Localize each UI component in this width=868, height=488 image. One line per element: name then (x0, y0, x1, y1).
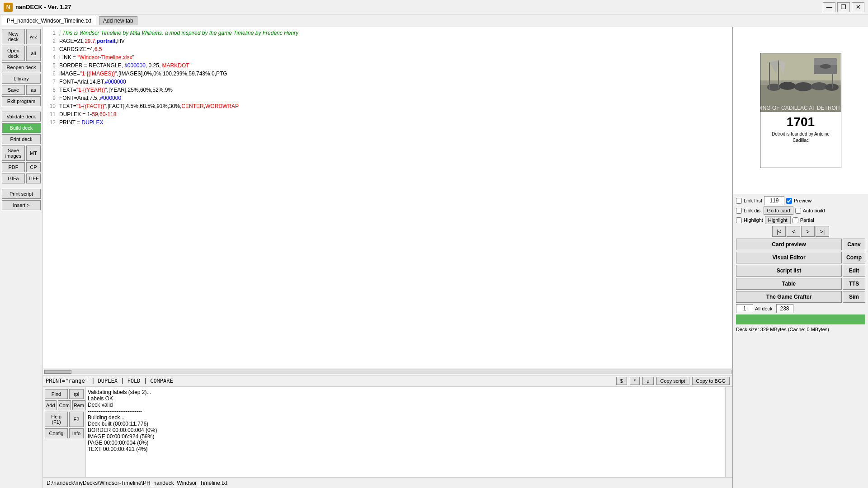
highlight-checkbox[interactable] (736, 217, 742, 223)
library-button[interactable]: Library (2, 74, 41, 84)
nav-prev-button[interactable]: < (787, 226, 800, 237)
go-to-card-button[interactable]: Go to card (764, 206, 793, 215)
copy-script-button[interactable]: Copy script (656, 377, 689, 385)
print-deck-button[interactable]: Print deck (2, 134, 41, 144)
star-button[interactable]: * (630, 377, 640, 385)
link-dis-label: Link dis. (744, 208, 762, 213)
link-first-checkbox[interactable] (736, 198, 742, 204)
wiz-button[interactable]: wiz (26, 29, 41, 44)
config-button[interactable]: Config (45, 428, 68, 438)
save-as-button[interactable]: as (26, 85, 41, 95)
tts-button[interactable]: TTS (843, 278, 865, 290)
add-button[interactable]: Add (45, 400, 57, 410)
save-images-button[interactable]: Save images (2, 145, 25, 161)
mt-button[interactable]: MT (26, 145, 41, 161)
auto-build-checkbox[interactable] (795, 208, 801, 214)
dollar-button[interactable]: $ (616, 377, 627, 385)
open-deck-button[interactable]: Open deck (2, 46, 25, 61)
copy-bgg-button[interactable]: Copy to BGG (692, 377, 730, 385)
card-description: Detroit is founded by Antoine Cadillac (760, 131, 841, 144)
table-button[interactable]: Table (736, 278, 842, 290)
sim-button[interactable]: Sim (843, 291, 865, 303)
progress-bar (736, 314, 865, 324)
log-left-buttons: Find rpl Add Com Rem Help (F1) F2 Config… (43, 387, 86, 477)
nav-next-button[interactable]: > (801, 226, 815, 237)
right-panel: THE LANDING OF CADILLAC AT DETROIT 1701-… (732, 27, 868, 488)
f2-button[interactable]: F2 (69, 412, 84, 427)
minimize-button[interactable]: — (823, 2, 835, 12)
game-crafter-button[interactable]: The Game Crafter (736, 291, 842, 303)
bottom-status-bar: D:\nandeck\myDecks\Windsor-Timeline\PH_n… (43, 477, 732, 488)
card-image: THE LANDING OF CADILLAC AT DETROIT 1701-… (760, 53, 841, 168)
preview-label: Preview (794, 198, 811, 203)
link-dis-checkbox[interactable] (736, 208, 742, 214)
log-scrollbar[interactable] (725, 387, 732, 477)
code-line-10: 10 TEXT="1-{(FACT)}",[FACT],4.5%,68.5%,9… (43, 102, 732, 110)
code-line-5: 5 BORDER = RECTANGLE, #000000, 0.25, MAR… (43, 61, 732, 70)
new-deck-button[interactable]: New deck (2, 29, 25, 44)
cp-button[interactable]: CP (26, 162, 41, 172)
file-path: D:\nandeck\myDecks\Windsor-Timeline\PH_n… (47, 480, 227, 486)
reopen-deck-button[interactable]: Reopen deck (2, 62, 41, 72)
log-line: Building deck... (88, 414, 723, 421)
tiff-button[interactable]: TIFF (26, 174, 41, 183)
titlebar-controls: — ❒ ✕ (823, 2, 864, 12)
print-script-button[interactable]: Print script (2, 189, 41, 199)
canv-button[interactable]: Canv (843, 239, 865, 250)
status-print-text: PRINT="range" | DUPLEX | FOLD | COMPARE (46, 378, 613, 384)
insert-button[interactable]: Insert > (2, 200, 41, 210)
visual-editor-button[interactable]: Visual Editor (736, 252, 842, 263)
find-button[interactable]: Find (45, 389, 68, 399)
build-deck-button[interactable]: Build deck (2, 123, 41, 133)
log-line: IMAGE 00:00:06:924 (59%) (88, 433, 723, 440)
highlight-label: Highlight (744, 217, 763, 223)
link-first-label: Link first (744, 198, 762, 203)
log-line: Deck built (00:00:11.776) (88, 421, 723, 427)
all-button[interactable]: all (26, 46, 41, 61)
info-button[interactable]: Info (69, 428, 84, 438)
help-button[interactable]: Help (F1) (45, 412, 68, 427)
left-sidebar: New deck wiz Open deck all Reopen deck L… (0, 27, 43, 488)
rpl-button[interactable]: rpl (69, 389, 84, 399)
titlebar-left: N nanDECK - Ver. 1.27 (4, 3, 71, 12)
exit-button[interactable]: Exit program (2, 96, 41, 106)
active-tab[interactable]: PH_nandeck_Windsor_Timeline.txt (2, 16, 96, 25)
editor-hscrollbar[interactable] (43, 368, 732, 375)
pdf-button[interactable]: PDF (2, 162, 25, 172)
code-line-11: 11 DUPLEX = 1-59,60-118 (43, 110, 732, 118)
log-content[interactable]: Validating labels (step 2)... Labels OK … (86, 387, 725, 477)
script-list-button[interactable]: Script list (736, 265, 842, 277)
total-cards-input[interactable] (776, 304, 793, 313)
nav-first-button[interactable]: |< (772, 226, 786, 237)
svg-point-6 (811, 82, 827, 90)
comp-button[interactable]: Comp (843, 252, 865, 263)
card-preview-button[interactable]: Card preview (736, 239, 842, 250)
card-number-input[interactable] (764, 196, 784, 205)
edit-button[interactable]: Edit (843, 265, 865, 277)
add-tab-button[interactable]: Add new tab (99, 16, 137, 25)
rem-button[interactable]: Rem (72, 400, 85, 410)
validate-deck-button[interactable]: Validate deck (2, 112, 41, 122)
status-bar: PRINT="range" | DUPLEX | FOLD | COMPARE … (43, 375, 732, 387)
deck-number-input[interactable] (736, 304, 753, 313)
card-preview-area: THE LANDING OF CADILLAC AT DETROIT 1701-… (733, 27, 868, 194)
svg-text:THE LANDING OF CADILLAC AT DET: THE LANDING OF CADILLAC AT DETROIT 1701-… (760, 105, 841, 111)
partial-checkbox[interactable] (793, 217, 798, 223)
code-line-1: 1 ; This is Windsor Timeline by Mita Wil… (43, 29, 732, 37)
card-thumbnail (814, 58, 836, 74)
gifa-button[interactable]: GIFa (2, 174, 25, 183)
log-line: PAGE 00:00:00:004 (0%) (88, 440, 723, 446)
log-line: Labels OK (88, 395, 723, 402)
highlight-button[interactable]: Highlight (765, 216, 791, 224)
nav-last-button[interactable]: >| (816, 226, 829, 237)
maximize-button[interactable]: ❒ (837, 2, 850, 12)
log-line: TEXT 00:00:00:421 (4%) (88, 446, 723, 452)
mu-button[interactable]: μ (642, 377, 653, 385)
code-editor[interactable]: 1 ; This is Windsor Timeline by Mita Wil… (43, 27, 732, 368)
com-button[interactable]: Com (58, 400, 71, 410)
save-button[interactable]: Save (2, 85, 25, 95)
preview-checkbox[interactable] (786, 198, 792, 204)
partial-label: Partial (800, 217, 814, 223)
close-button[interactable]: ✕ (852, 2, 864, 12)
card-controls: Link first Preview Link dis. Go to card … (733, 194, 868, 335)
